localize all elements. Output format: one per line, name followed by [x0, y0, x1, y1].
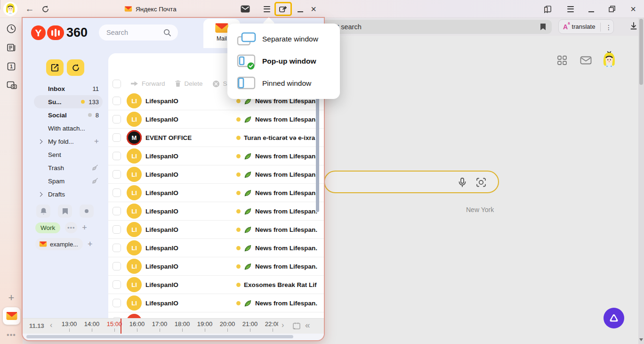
voice-search-button[interactable]	[457, 177, 468, 188]
image-search-button[interactable]	[475, 177, 487, 188]
row-checkbox[interactable]	[113, 170, 121, 179]
browser-minimize-button[interactable]	[586, 0, 597, 18]
select-all-checkbox[interactable]	[113, 80, 121, 88]
account-pill[interactable]: example...	[35, 238, 83, 250]
folder-item[interactable]: Su... 133	[34, 95, 103, 108]
folder-item[interactable]: Spam	[34, 174, 103, 188]
timeline-collapse-button[interactable]: «	[305, 320, 310, 330]
window-mode-button[interactable]	[274, 2, 292, 16]
row-checkbox[interactable]	[113, 188, 121, 197]
bookmarks-button[interactable]	[58, 205, 72, 218]
window-mode-menu: Separate window Pop-up window Pinned w	[227, 24, 340, 99]
minimize-button[interactable]	[295, 0, 306, 18]
message-row[interactable]: LI LifespanIO News from Lifespan.	[108, 110, 324, 129]
timeline-hour-label: 15:00	[104, 320, 125, 328]
translate-button[interactable]: Aã translate ⋮	[558, 19, 614, 34]
row-checkbox[interactable]	[113, 207, 121, 215]
sidebar-more-button[interactable]: •••	[5, 331, 18, 339]
notifications-button[interactable]	[36, 205, 50, 218]
mail-app-button[interactable]	[3, 307, 20, 325]
message-row[interactable]: LI LifespanIO News from Lifespan.	[108, 184, 324, 202]
history-button[interactable]	[6, 24, 16, 34]
mail-button[interactable]	[238, 0, 252, 18]
message-row[interactable]: LI LifespanIO Exosomes Break Rat Lif	[108, 276, 324, 294]
panels-button[interactable]	[541, 0, 554, 18]
scrollbar-thumb[interactable]	[639, 19, 643, 85]
row-checkbox[interactable]	[113, 97, 121, 105]
message-row[interactable]: LI LifespanIO News from Lifespan.	[108, 165, 324, 184]
alisa-assistant-button[interactable]	[604, 308, 624, 328]
add-label-button[interactable]: +	[82, 223, 87, 233]
y360-logo[interactable]: Y 360	[31, 25, 88, 40]
back-button[interactable]: ←	[24, 0, 36, 18]
mail-search-input[interactable]: Search	[99, 25, 178, 41]
page-user-avatar[interactable]	[600, 50, 619, 71]
menu-item-separate-window[interactable]: Separate window	[227, 28, 340, 50]
folder-item[interactable]: Drafts	[34, 188, 103, 201]
message-row[interactable]: M EVENT OFFICE Turan e-ticarət və e-ixra	[108, 129, 324, 147]
message-row[interactable]: LI LifespanIO News from Lifespan.	[108, 147, 324, 165]
row-checkbox[interactable]	[113, 280, 121, 289]
row-checkbox[interactable]	[113, 133, 121, 142]
menu-button[interactable]	[261, 0, 273, 18]
folder-item[interactable]: Inbox 11	[34, 82, 103, 95]
row-checkbox[interactable]	[113, 115, 121, 123]
dot-filter-button[interactable]	[80, 205, 94, 218]
horizontal-scrollbar-thumb[interactable]	[26, 335, 293, 338]
page-search-bar[interactable]	[324, 171, 499, 193]
refresh-button[interactable]	[67, 59, 84, 76]
address-bar[interactable]: net search	[324, 20, 552, 34]
message-row[interactable]: LI LifespanIO News from Lifespan.	[108, 239, 324, 257]
page-mail-button[interactable]	[580, 55, 592, 66]
feed-button[interactable]	[6, 42, 16, 53]
row-checkbox[interactable]	[113, 244, 121, 252]
user-avatar[interactable]	[3, 2, 17, 16]
add-event-button[interactable]	[292, 321, 301, 331]
label-work[interactable]: Work	[35, 222, 60, 233]
delete-button[interactable]: Delete	[175, 80, 203, 87]
menu-item-popup-window[interactable]: Pop-up window	[227, 50, 340, 72]
folder-item[interactable]: Trash	[34, 161, 103, 174]
timeline-next-button[interactable]: ›	[282, 321, 284, 329]
message-row[interactable]	[108, 312, 324, 318]
location-label[interactable]: New York	[466, 206, 494, 213]
message-row[interactable]: LI LifespanIO News from Lifespan.	[108, 221, 324, 239]
sidebar-add-button[interactable]: +	[6, 293, 16, 303]
row-checkbox[interactable]	[113, 262, 121, 270]
folder-item[interactable]: My fold... +	[34, 135, 103, 148]
add-account-button[interactable]: +	[88, 239, 93, 249]
scroll-down-arrow[interactable]	[639, 338, 643, 341]
reload-button[interactable]	[40, 0, 51, 18]
message-meta	[236, 312, 324, 318]
message-row[interactable]: LI LifespanIO News from Lifespan.	[108, 257, 324, 276]
browser-close-button[interactable]: ×	[627, 0, 639, 18]
labels-more-button[interactable]: •••	[65, 222, 77, 233]
screenshot-button[interactable]	[6, 80, 16, 90]
close-button[interactable]: ×	[307, 0, 320, 18]
apps-grid-button[interactable]	[557, 55, 567, 66]
row-checkbox[interactable]	[113, 225, 121, 234]
compose-button[interactable]	[46, 59, 64, 76]
forward-button[interactable]: Forward	[130, 80, 165, 87]
browser-menu-button[interactable]	[564, 0, 577, 18]
browser-restore-button[interactable]	[606, 0, 618, 18]
folder-item[interactable]: Sent	[34, 148, 103, 161]
tabs-button[interactable]: 1	[6, 61, 16, 72]
menu-item-pinned-window[interactable]: Pinned window	[227, 72, 340, 94]
message-row[interactable]: LI LifespanIO News from Lifespan.	[108, 202, 324, 221]
folder-item[interactable]: Social 8	[34, 108, 103, 122]
clear-folder-icon[interactable]	[91, 177, 99, 185]
mail-list-scrollbar[interactable]	[316, 94, 319, 212]
row-checkbox[interactable]	[113, 152, 121, 160]
bookmark-icon[interactable]	[540, 23, 546, 33]
spam-button[interactable]: S	[212, 80, 227, 88]
downloads-button[interactable]	[629, 21, 639, 32]
translate-options-button[interactable]: ⋮	[604, 20, 613, 34]
add-subfolder-button[interactable]: +	[94, 138, 99, 145]
clear-folder-icon[interactable]	[91, 164, 99, 172]
message-row[interactable]: LI LifespanIO News from Lifespan.	[108, 294, 324, 312]
folder-item[interactable]: With attach...	[34, 122, 103, 135]
page-scrollbar[interactable]	[638, 18, 644, 344]
message-subject: News from Lifespan.	[255, 116, 317, 123]
row-checkbox[interactable]	[113, 299, 121, 307]
